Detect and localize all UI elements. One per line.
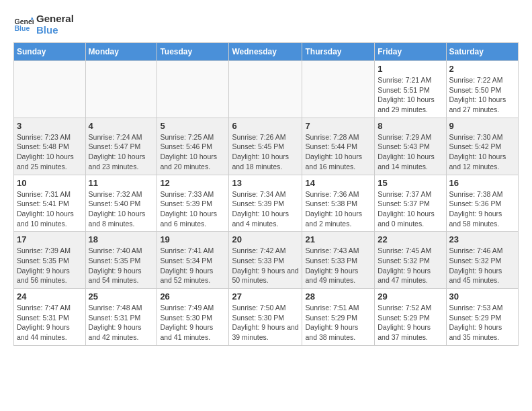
day-number: 27 — [232, 291, 299, 302]
day-number: 16 — [449, 178, 515, 188]
day-info: Sunrise: 7:33 AM Sunset: 5:39 PM Dayligh… — [160, 189, 226, 229]
day-cell: 2Sunrise: 7:22 AM Sunset: 5:50 PM Daylig… — [446, 61, 518, 118]
day-number: 11 — [89, 178, 154, 188]
day-number: 25 — [89, 291, 154, 302]
logo-icon: General Blue — [13, 15, 34, 35]
day-cell — [229, 61, 302, 118]
day-cell: 29Sunrise: 7:52 AM Sunset: 5:29 PM Dayli… — [375, 289, 446, 346]
day-number: 7 — [305, 121, 371, 131]
day-number: 13 — [232, 178, 299, 188]
day-cell — [14, 61, 86, 118]
day-info: Sunrise: 7:48 AM Sunset: 5:31 PM Dayligh… — [89, 303, 154, 342]
header-cell-wednesday: Wednesday — [229, 43, 302, 61]
day-info: Sunrise: 7:34 AM Sunset: 5:39 PM Dayligh… — [232, 189, 299, 229]
day-info: Sunrise: 7:45 AM Sunset: 5:32 PM Dayligh… — [378, 246, 443, 285]
day-cell: 3Sunrise: 7:23 AM Sunset: 5:48 PM Daylig… — [14, 118, 86, 175]
day-cell: 10Sunrise: 7:31 AM Sunset: 5:41 PM Dayli… — [14, 175, 86, 232]
day-number: 22 — [378, 234, 443, 244]
week-row-1: 3Sunrise: 7:23 AM Sunset: 5:48 PM Daylig… — [14, 118, 519, 175]
week-row-0: 1Sunrise: 7:21 AM Sunset: 5:51 PM Daylig… — [14, 61, 519, 118]
week-row-2: 10Sunrise: 7:31 AM Sunset: 5:41 PM Dayli… — [14, 175, 519, 232]
day-info: Sunrise: 7:26 AM Sunset: 5:45 PM Dayligh… — [232, 132, 299, 172]
day-number: 28 — [305, 291, 371, 302]
day-cell: 7Sunrise: 7:28 AM Sunset: 5:44 PM Daylig… — [302, 118, 375, 175]
day-number: 23 — [449, 234, 515, 244]
day-cell: 11Sunrise: 7:32 AM Sunset: 5:40 PM Dayli… — [85, 175, 157, 232]
day-cell: 25Sunrise: 7:48 AM Sunset: 5:31 PM Dayli… — [85, 289, 157, 346]
day-number: 1 — [378, 64, 443, 74]
day-number: 17 — [17, 234, 83, 244]
day-info: Sunrise: 7:28 AM Sunset: 5:44 PM Dayligh… — [305, 132, 371, 172]
week-row-4: 24Sunrise: 7:47 AM Sunset: 5:31 PM Dayli… — [14, 289, 519, 346]
day-cell: 27Sunrise: 7:50 AM Sunset: 5:30 PM Dayli… — [229, 289, 302, 346]
day-number: 18 — [89, 234, 154, 244]
day-cell: 28Sunrise: 7:51 AM Sunset: 5:29 PM Dayli… — [302, 289, 375, 346]
day-info: Sunrise: 7:39 AM Sunset: 5:35 PM Dayligh… — [17, 246, 83, 285]
header-cell-saturday: Saturday — [446, 43, 518, 61]
day-cell: 6Sunrise: 7:26 AM Sunset: 5:45 PM Daylig… — [229, 118, 302, 175]
day-info: Sunrise: 7:25 AM Sunset: 5:46 PM Dayligh… — [160, 132, 226, 172]
day-info: Sunrise: 7:29 AM Sunset: 5:43 PM Dayligh… — [378, 132, 443, 172]
day-cell: 22Sunrise: 7:45 AM Sunset: 5:32 PM Dayli… — [375, 232, 446, 289]
day-cell: 17Sunrise: 7:39 AM Sunset: 5:35 PM Dayli… — [14, 232, 86, 289]
day-cell: 20Sunrise: 7:42 AM Sunset: 5:33 PM Dayli… — [229, 232, 302, 289]
logo: General Blue General Blue — [13, 13, 74, 36]
day-number: 14 — [305, 178, 371, 188]
header-cell-sunday: Sunday — [14, 43, 86, 61]
day-cell — [157, 61, 229, 118]
svg-text:Blue: Blue — [15, 24, 30, 32]
day-cell: 8Sunrise: 7:29 AM Sunset: 5:43 PM Daylig… — [375, 118, 446, 175]
day-number: 15 — [378, 178, 443, 188]
day-cell: 5Sunrise: 7:25 AM Sunset: 5:46 PM Daylig… — [157, 118, 229, 175]
logo-line1: General — [36, 13, 74, 25]
day-number: 30 — [449, 291, 515, 302]
header-cell-thursday: Thursday — [302, 43, 375, 61]
day-info: Sunrise: 7:22 AM Sunset: 5:50 PM Dayligh… — [449, 75, 515, 115]
day-number: 8 — [378, 121, 443, 131]
header-cell-tuesday: Tuesday — [157, 43, 229, 61]
day-number: 3 — [17, 121, 83, 131]
day-cell: 14Sunrise: 7:36 AM Sunset: 5:38 PM Dayli… — [302, 175, 375, 232]
day-number: 12 — [160, 178, 226, 188]
day-info: Sunrise: 7:37 AM Sunset: 5:37 PM Dayligh… — [378, 189, 443, 229]
header-cell-friday: Friday — [375, 43, 446, 61]
day-cell: 26Sunrise: 7:49 AM Sunset: 5:30 PM Dayli… — [157, 289, 229, 346]
day-cell: 4Sunrise: 7:24 AM Sunset: 5:47 PM Daylig… — [85, 118, 157, 175]
day-number: 6 — [232, 121, 299, 131]
day-info: Sunrise: 7:43 AM Sunset: 5:33 PM Dayligh… — [305, 246, 371, 285]
day-info: Sunrise: 7:32 AM Sunset: 5:40 PM Dayligh… — [89, 189, 154, 229]
day-cell — [85, 61, 157, 118]
day-info: Sunrise: 7:40 AM Sunset: 5:35 PM Dayligh… — [89, 246, 154, 285]
day-info: Sunrise: 7:42 AM Sunset: 5:33 PM Dayligh… — [232, 246, 299, 285]
header-cell-monday: Monday — [85, 43, 157, 61]
day-cell: 19Sunrise: 7:41 AM Sunset: 5:34 PM Dayli… — [157, 232, 229, 289]
day-number: 10 — [17, 178, 83, 188]
day-number: 26 — [160, 291, 226, 302]
day-cell: 15Sunrise: 7:37 AM Sunset: 5:37 PM Dayli… — [375, 175, 446, 232]
day-info: Sunrise: 7:23 AM Sunset: 5:48 PM Dayligh… — [17, 132, 83, 172]
day-cell: 1Sunrise: 7:21 AM Sunset: 5:51 PM Daylig… — [375, 61, 446, 118]
day-cell: 18Sunrise: 7:40 AM Sunset: 5:35 PM Dayli… — [85, 232, 157, 289]
day-number: 5 — [160, 121, 226, 131]
day-number: 4 — [89, 121, 154, 131]
day-cell: 30Sunrise: 7:53 AM Sunset: 5:29 PM Dayli… — [446, 289, 518, 346]
day-info: Sunrise: 7:52 AM Sunset: 5:29 PM Dayligh… — [378, 303, 443, 342]
day-cell: 9Sunrise: 7:30 AM Sunset: 5:42 PM Daylig… — [446, 118, 518, 175]
day-number: 2 — [449, 64, 515, 74]
day-number: 19 — [160, 234, 226, 244]
day-cell: 12Sunrise: 7:33 AM Sunset: 5:39 PM Dayli… — [157, 175, 229, 232]
day-cell: 23Sunrise: 7:46 AM Sunset: 5:32 PM Dayli… — [446, 232, 518, 289]
day-info: Sunrise: 7:36 AM Sunset: 5:38 PM Dayligh… — [305, 189, 371, 229]
day-info: Sunrise: 7:50 AM Sunset: 5:30 PM Dayligh… — [232, 303, 299, 342]
day-info: Sunrise: 7:31 AM Sunset: 5:41 PM Dayligh… — [17, 189, 83, 229]
header-row: SundayMondayTuesdayWednesdayThursdayFrid… — [14, 43, 519, 61]
day-number: 29 — [378, 291, 443, 302]
week-row-3: 17Sunrise: 7:39 AM Sunset: 5:35 PM Dayli… — [14, 232, 519, 289]
day-info: Sunrise: 7:38 AM Sunset: 5:36 PM Dayligh… — [449, 189, 515, 229]
day-cell: 24Sunrise: 7:47 AM Sunset: 5:31 PM Dayli… — [14, 289, 86, 346]
day-number: 21 — [305, 234, 371, 244]
calendar-table: SundayMondayTuesdayWednesdayThursdayFrid… — [13, 42, 519, 346]
day-number: 24 — [17, 291, 83, 302]
day-info: Sunrise: 7:53 AM Sunset: 5:29 PM Dayligh… — [449, 303, 515, 342]
day-info: Sunrise: 7:51 AM Sunset: 5:29 PM Dayligh… — [305, 303, 371, 342]
